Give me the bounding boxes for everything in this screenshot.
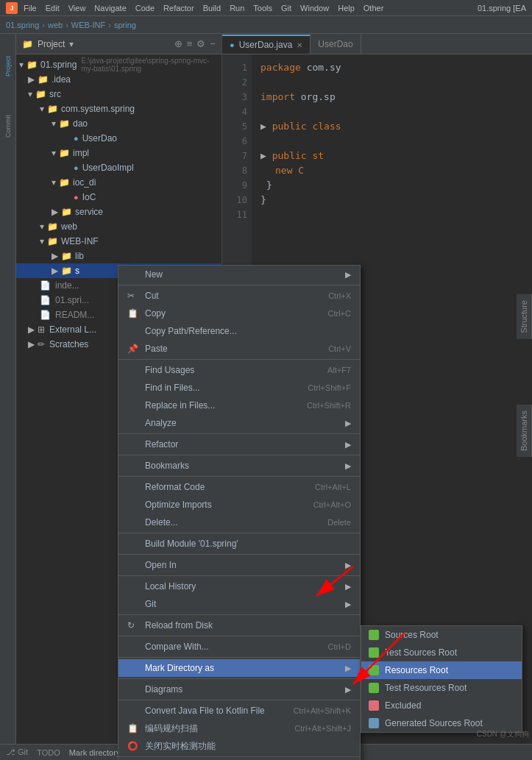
tree-item-web[interactable]: ▾ 📁 web — [16, 219, 221, 234]
menu-run[interactable]: Run — [230, 4, 244, 13]
options-icon[interactable]: ⚙ — [196, 38, 205, 49]
menu-item-convertkotlin[interactable]: Convert Java File to Kotlin File Ctrl+Al… — [118, 702, 360, 720]
close-icon[interactable]: ✕ — [297, 41, 302, 49]
menu-window[interactable]: Window — [300, 4, 329, 13]
java-icon-userdao: ● — [74, 134, 79, 143]
menu-item-analyze[interactable]: Analyze ▶ — [118, 414, 360, 432]
menu-item-optimize[interactable]: Optimize Imports Ctrl+Alt+O — [118, 496, 360, 514]
menu-refactor[interactable]: Refactor — [163, 4, 194, 13]
tree-item-ioc[interactable]: ● IoC — [16, 190, 221, 205]
sidebar-tab-project[interactable]: Project — [1, 37, 15, 96]
tree-item-idea[interactable]: ▶ 📁 .idea — [16, 72, 221, 87]
dropdown-icon[interactable]: ▾ — [69, 39, 74, 49]
bookmarks-tab[interactable]: Bookmarks — [517, 405, 532, 457]
submenu-item-testsources[interactable]: Test Sources Root — [361, 644, 522, 661]
breadcrumb-item-project[interactable]: 01.spring — [6, 21, 39, 29]
tree-item-src[interactable]: ▾ 📁 src — [16, 87, 221, 102]
expand-icon: ▶ — [52, 251, 58, 261]
tree-label-iocdi: ioc_di — [73, 177, 96, 188]
menu-code[interactable]: Code — [135, 4, 155, 13]
tree-item-userdao[interactable]: ● UserDao — [16, 131, 221, 146]
context-menu: New ▶ ✂ Cut Ctrl+X 📋 Copy Ctrl+C Copy Pa… — [118, 265, 361, 760]
menu-git[interactable]: Git — [281, 4, 291, 13]
menu-item-compare[interactable]: Compare With... Ctrl+D — [118, 638, 360, 656]
submenu-item-sources[interactable]: Sources Root — [361, 626, 522, 644]
icon-external: ⊞ — [38, 324, 45, 335]
structure-tab[interactable]: Structure — [517, 294, 532, 339]
menu-item-copypath[interactable]: Copy Path/Reference... — [118, 322, 360, 340]
menu-build[interactable]: Build — [203, 4, 221, 13]
menu-help[interactable]: Help — [338, 4, 355, 13]
breadcrumb-item-webinf[interactable]: WEB-INF — [71, 21, 105, 29]
menu-item-openin[interactable]: Open In ▶ — [118, 556, 360, 574]
menu-item-reformat[interactable]: Reformat Code Ctrl+Alt+L — [118, 478, 360, 496]
java-icon-ioc: ● — [74, 193, 79, 202]
menu-item-bookmarks[interactable]: Bookmarks ▶ — [118, 457, 360, 475]
menu-file[interactable]: File — [24, 4, 37, 13]
tree-item-lib[interactable]: ▶ 📁 lib — [16, 249, 221, 263]
tree-label-readme: READM... — [55, 310, 94, 320]
layout-icon[interactable]: ≡ — [187, 38, 193, 49]
tab-userdao2[interactable]: UserDao — [311, 35, 361, 54]
menu-item-closedetect[interactable]: ⭕ 关闭实时检测功能 — [118, 737, 360, 755]
menu-sep-12 — [118, 678, 360, 679]
tree-item-impl[interactable]: ▾ 📁 impl — [16, 146, 221, 160]
menu-item-copy[interactable]: 📋 Copy Ctrl+C — [118, 305, 360, 322]
tree-label-ioc: IoC — [82, 192, 96, 202]
breadcrumb-item-spring[interactable]: spring — [114, 21, 136, 29]
expand-icon: ▾ — [28, 89, 32, 99]
menu-label-localhistory: Local History — [145, 581, 196, 592]
menu-item-findinfiles[interactable]: Find in Files... Ctrl+Shift+F — [118, 379, 360, 397]
menu-item-scan[interactable]: 📋 编码规约扫描 Ctrl+Alt+Shift+J — [118, 720, 360, 737]
submenu-item-excluded[interactable]: Excluded — [361, 697, 522, 714]
menu-label-analyze: Analyze — [145, 418, 177, 428]
menu-other[interactable]: Other — [363, 4, 384, 13]
copy-icon: 📋 — [127, 308, 139, 319]
menu-view[interactable]: View — [68, 4, 86, 13]
tree-item-dao[interactable]: ▾ 📁 dao — [16, 116, 221, 131]
menu-item-buildmodule[interactable]: Build Module '01.spring' — [118, 535, 360, 553]
tree-item-root[interactable]: ▾ 📁 01.spring E:\java-project\gitee\spri… — [16, 57, 221, 72]
menu-navigate[interactable]: Navigate — [94, 4, 126, 13]
folder-icon-impl: 📁 — [59, 148, 70, 158]
menu-label-new: New — [145, 269, 163, 280]
tree-item-service[interactable]: ▶ 📁 service — [16, 205, 221, 219]
tree-item-userdaoimpl[interactable]: ● UserDaoImpl — [16, 160, 221, 175]
excluded-icon — [369, 700, 379, 711]
tree-label-service: service — [75, 207, 103, 217]
tree-item-webinf[interactable]: ▾ 📁 WEB-INF — [16, 234, 221, 249]
breadcrumb-item-web[interactable]: web — [48, 21, 63, 29]
menu-item-diagrams[interactable]: Diagrams ▶ — [118, 681, 360, 698]
menu-item-delete[interactable]: Delete... Delete — [118, 514, 360, 531]
arrow-analyze: ▶ — [345, 419, 351, 428]
tree-label-userdaoimpl: UserDaoImpl — [82, 163, 134, 173]
menu-item-localhistory[interactable]: Local History ▶ — [118, 578, 360, 595]
menu-tools[interactable]: Tools — [253, 4, 272, 13]
submenu-item-resources[interactable]: Resources Root — [361, 661, 522, 679]
shortcut-findinfiles: Ctrl+Shift+F — [308, 383, 351, 392]
tree-item-iocdi[interactable]: ▾ 📁 ioc_di — [16, 175, 221, 190]
menu-edit[interactable]: Edit — [46, 4, 60, 13]
reload-icon: ↻ — [127, 620, 139, 631]
menu-item-replaceinfiles[interactable]: Replace in Files... Ctrl+Shift+R — [118, 397, 360, 414]
menu-item-reload[interactable]: ↻ Reload from Disk — [118, 617, 360, 634]
tab-userdao-java[interactable]: ● UserDao.java ✕ — [222, 35, 311, 54]
submenu-label-resources: Resources Root — [385, 665, 448, 675]
minimize-icon[interactable]: − — [210, 38, 216, 49]
menu-item-markdiras[interactable]: Mark Directory as ▶ — [118, 659, 360, 677]
tree-item-com[interactable]: ▾ 📁 com.system.spring — [16, 102, 221, 116]
submenu-item-testresources[interactable]: Test Resources Root — [361, 679, 522, 697]
folder-icon-service: 📁 — [61, 207, 72, 217]
menu-item-paste[interactable]: 📌 Paste Ctrl+V — [118, 340, 360, 358]
menu-bar[interactable]: File Edit View Navigate Code Refactor Bu… — [24, 4, 383, 13]
menu-item-git[interactable]: Git ▶ — [118, 595, 360, 613]
menu-item-new[interactable]: New ▶ — [118, 266, 360, 283]
bottom-todo-label[interactable]: TODO — [37, 748, 60, 757]
bottom-git-label[interactable]: ⎇ Git — [6, 747, 28, 757]
menu-item-cut[interactable]: ✂ Cut Ctrl+X — [118, 287, 360, 305]
menu-item-refactor[interactable]: Refactor ▶ — [118, 436, 360, 453]
settings-icon[interactable]: ⊕ — [174, 38, 182, 49]
expand-icon: ▶ — [52, 207, 58, 217]
menu-item-findusages[interactable]: Find Usages Alt+F7 — [118, 361, 360, 379]
sidebar-tab-commit[interactable]: Commit — [1, 97, 15, 156]
